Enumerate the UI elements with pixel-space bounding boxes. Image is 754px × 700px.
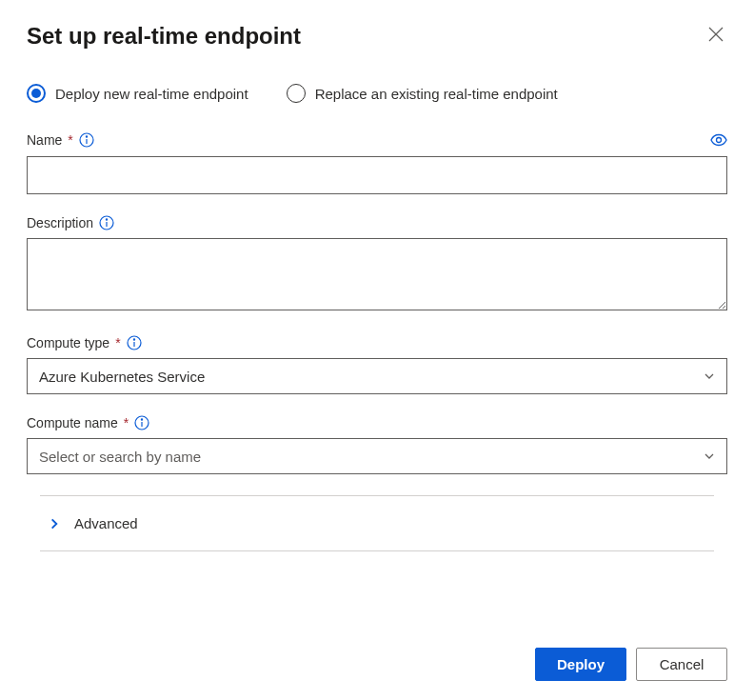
radio-indicator-selected — [27, 84, 46, 103]
advanced-label: Advanced — [74, 515, 138, 531]
svg-point-11 — [133, 339, 134, 340]
radio-replace-existing-label: Replace an existing real-time endpoint — [315, 86, 558, 102]
compute-name-select[interactable]: Select or search by name — [27, 438, 727, 474]
radio-replace-existing[interactable]: Replace an existing real-time endpoint — [287, 84, 558, 103]
compute-name-placeholder: Select or search by name — [39, 449, 201, 465]
info-icon[interactable] — [134, 415, 149, 430]
required-asterisk: * — [115, 335, 120, 350]
svg-point-8 — [106, 219, 107, 220]
radio-deploy-new-label: Deploy new real-time endpoint — [55, 86, 248, 102]
radio-indicator-unselected — [287, 84, 306, 103]
info-icon[interactable] — [99, 215, 114, 230]
compute-name-label: Compute name — [27, 415, 118, 430]
svg-point-4 — [86, 136, 87, 137]
compute-type-label: Compute type — [27, 335, 109, 350]
cancel-button[interactable]: Cancel — [636, 648, 727, 681]
close-button[interactable] — [704, 23, 727, 49]
chevron-down-icon — [704, 370, 715, 382]
description-input[interactable] — [27, 238, 727, 310]
advanced-toggle[interactable]: Advanced — [40, 515, 714, 531]
info-icon[interactable] — [127, 335, 142, 350]
compute-type-value: Azure Kubernetes Service — [39, 369, 205, 385]
dialog-title: Set up real-time endpoint — [27, 23, 301, 50]
description-label: Description — [27, 215, 93, 230]
info-icon[interactable] — [79, 132, 94, 148]
close-icon — [708, 27, 724, 42]
eye-icon[interactable] — [710, 131, 727, 149]
deploy-mode-radio-group: Deploy new real-time endpoint Replace an… — [27, 84, 727, 103]
name-label: Name — [27, 132, 62, 148]
required-asterisk: * — [124, 415, 129, 430]
radio-deploy-new[interactable]: Deploy new real-time endpoint — [27, 84, 248, 103]
required-asterisk: * — [68, 132, 72, 148]
svg-point-5 — [717, 138, 722, 143]
compute-type-select[interactable]: Azure Kubernetes Service — [27, 358, 727, 394]
svg-point-14 — [142, 419, 143, 420]
chevron-down-icon — [704, 450, 715, 462]
chevron-right-icon — [48, 517, 61, 530]
deploy-button[interactable]: Deploy — [535, 648, 626, 681]
name-input[interactable] — [27, 156, 727, 194]
